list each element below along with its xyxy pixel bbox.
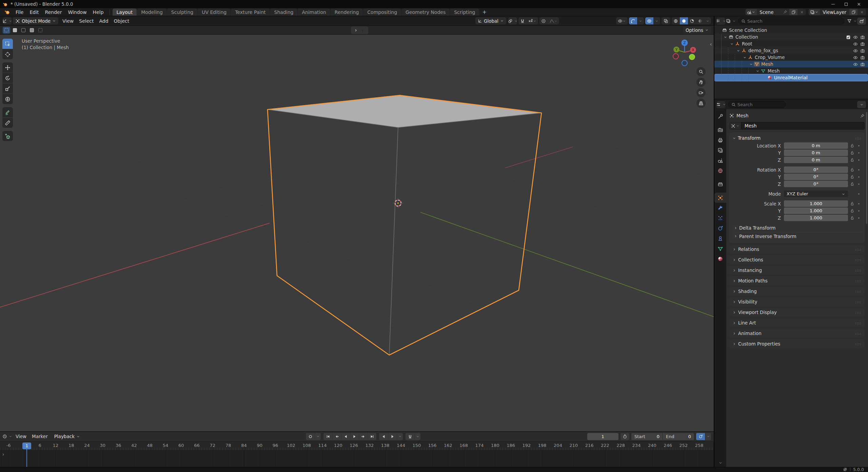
- menu-file[interactable]: File: [13, 9, 26, 16]
- transform-value-field[interactable]: 0 m: [784, 142, 848, 149]
- panel-instancing[interactable]: Instancing::::: [729, 266, 865, 275]
- animate-property-dot[interactable]: [856, 216, 862, 220]
- outliner-row-mesh-6[interactable]: Mesh: [714, 67, 868, 74]
- transform-value-field[interactable]: 0°: [784, 174, 848, 180]
- outliner-row-collection-1[interactable]: Collection: [714, 34, 868, 40]
- expand-chevron[interactable]: [729, 42, 734, 46]
- zoom-button[interactable]: [696, 67, 706, 76]
- outliner-editor-type-button[interactable]: [716, 18, 725, 25]
- properties-tab-world[interactable]: [714, 165, 726, 176]
- object-name-field[interactable]: [741, 122, 865, 130]
- measure-tool[interactable]: [2, 118, 13, 128]
- subpanel-parent-inverse-transform[interactable]: Parent Inverse Transform: [734, 232, 862, 240]
- move-tool[interactable]: [2, 62, 13, 73]
- properties-editor-type-button[interactable]: [716, 101, 725, 108]
- auto-keying-button[interactable]: [306, 433, 315, 440]
- panel-drag-handle[interactable]: ::::: [855, 247, 862, 252]
- rotation-mode-dropdown[interactable]: XYZ Euler: [784, 191, 848, 197]
- properties-tab-particles[interactable]: [714, 213, 726, 223]
- properties-scrollbar[interactable]: [866, 112, 867, 224]
- lock-toggle[interactable]: [848, 143, 856, 148]
- lock-toggle[interactable]: [848, 168, 856, 172]
- shading-rendered-button[interactable]: [696, 17, 704, 24]
- options-dropdown[interactable]: Options: [683, 26, 711, 34]
- timeline-menu-marker[interactable]: Marker: [29, 433, 51, 440]
- xray-toggle-button[interactable]: [662, 17, 670, 24]
- rotate-tool[interactable]: [2, 73, 13, 83]
- animate-property-dot[interactable]: [856, 192, 862, 196]
- outliner-display-mode-dropdown[interactable]: [726, 18, 735, 25]
- expand-chevron[interactable]: [736, 49, 741, 53]
- properties-tab-collection[interactable]: [714, 179, 726, 189]
- next-frame-button[interactable]: [388, 433, 397, 440]
- viewport-menu-select[interactable]: Select: [76, 18, 96, 24]
- maximize-button[interactable]: [840, 0, 852, 8]
- panel-drag-handle[interactable]: ::::: [855, 331, 862, 336]
- properties-tab-data[interactable]: [714, 243, 726, 254]
- cursor-tool[interactable]: [2, 49, 13, 59]
- scene-name[interactable]: Scene: [757, 9, 781, 15]
- animate-property-dot[interactable]: [856, 182, 862, 186]
- frame-start-field[interactable]: Start 0: [631, 433, 663, 440]
- panel-drag-handle[interactable]: ::::: [855, 279, 862, 283]
- camera-view-button[interactable]: [696, 88, 706, 97]
- pivot-point-dropdown[interactable]: [508, 17, 517, 24]
- properties-tab-object[interactable]: [714, 193, 726, 203]
- outliner-checkbox[interactable]: [846, 34, 851, 40]
- jump-to-end-button[interactable]: [368, 433, 376, 440]
- viewport-canvas[interactable]: User Perspective (1) Collection | Mesh: [0, 35, 714, 431]
- outliner-row-unrealmaterial-7[interactable]: UnrealMaterial: [714, 74, 868, 81]
- select-box-tool[interactable]: [2, 39, 13, 49]
- transform-value-field[interactable]: 0 m: [784, 157, 848, 163]
- timeline-snap-dropdown[interactable]: [414, 433, 420, 440]
- expand-chevron[interactable]: [755, 69, 760, 73]
- workspace-tab-shading[interactable]: Shading: [270, 8, 298, 16]
- show-gizmo-button[interactable]: [629, 17, 637, 24]
- transform-tool[interactable]: [2, 94, 13, 104]
- shading-dropdown[interactable]: [704, 17, 711, 24]
- properties-tab-render[interactable]: [714, 125, 726, 135]
- menu-help[interactable]: Help: [90, 9, 107, 16]
- operator-panel-collapsed[interactable]: [351, 26, 368, 34]
- lock-toggle[interactable]: [848, 209, 856, 213]
- view-layer-name[interactable]: ViewLayer: [820, 9, 849, 15]
- workspace-tab-compositing[interactable]: Compositing: [363, 8, 401, 16]
- pin-scene-button[interactable]: [781, 9, 789, 15]
- playhead-line[interactable]: [26, 449, 27, 467]
- transform-value-field[interactable]: 1.000: [784, 215, 848, 221]
- next-keyframe-button[interactable]: [359, 433, 368, 440]
- subpanel-delta-transform[interactable]: Delta Transform: [734, 224, 862, 232]
- snap-toggle-button[interactable]: [518, 17, 527, 24]
- new-view-layer-button[interactable]: [849, 9, 857, 15]
- select-mode-subtract-button[interactable]: [20, 27, 27, 34]
- select-mode-invert-button[interactable]: [28, 27, 36, 34]
- animate-property-dot[interactable]: [856, 209, 862, 213]
- workspace-tab-modeling[interactable]: Modeling: [137, 8, 167, 16]
- hide-in-viewport-toggle[interactable]: [853, 34, 858, 40]
- jump-to-start-button[interactable]: [323, 433, 332, 440]
- overlays-dropdown[interactable]: [653, 17, 660, 24]
- panel-drag-handle[interactable]: ::::: [855, 300, 862, 304]
- timeline-track-area[interactable]: [0, 450, 714, 467]
- outliner-row-scene-collection-0[interactable]: Scene Collection: [714, 27, 868, 34]
- pin-id-button[interactable]: [860, 113, 865, 118]
- panel-drag-handle[interactable]: ::::: [855, 310, 862, 315]
- breadcrumb-object-name[interactable]: Mesh: [736, 113, 749, 118]
- transform-value-field[interactable]: 1.000: [784, 200, 848, 207]
- properties-tabs-overflow[interactable]: [714, 459, 726, 467]
- animate-property-dot[interactable]: [856, 151, 862, 155]
- lock-toggle[interactable]: [848, 216, 856, 220]
- animate-property-dot[interactable]: [856, 175, 862, 179]
- properties-search[interactable]: [728, 101, 786, 108]
- close-button[interactable]: ×: [852, 0, 865, 8]
- disable-in-render-toggle[interactable]: [860, 61, 865, 67]
- workspace-tab-uv-editing[interactable]: UV Editing: [198, 8, 231, 16]
- panel-drag-handle[interactable]: ::::: [855, 289, 862, 294]
- transform-panel-header[interactable]: Transform ::::: [732, 134, 862, 142]
- disable-in-render-toggle[interactable]: [860, 34, 865, 40]
- outliner-search[interactable]: [738, 18, 844, 24]
- animate-property-dot[interactable]: [856, 144, 862, 148]
- delete-scene-button[interactable]: [798, 9, 806, 15]
- channel-expand-arrow[interactable]: [1, 451, 5, 457]
- lock-toggle[interactable]: [848, 151, 856, 155]
